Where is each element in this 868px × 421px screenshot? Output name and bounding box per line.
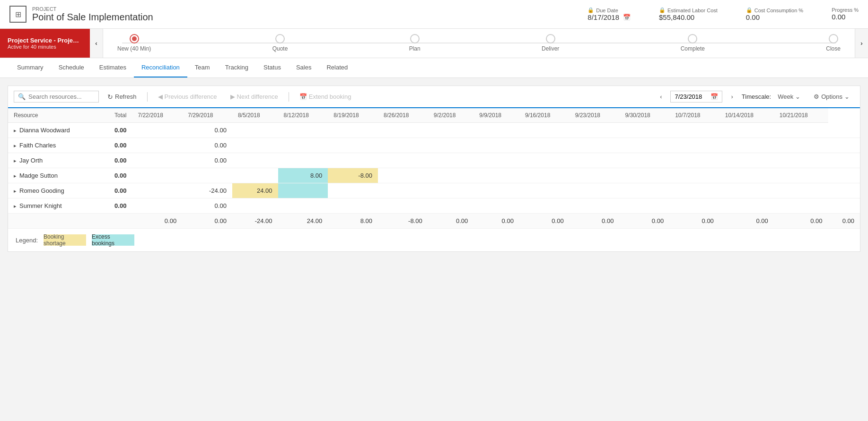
stage-dot-4	[688, 34, 697, 43]
cell-4-1: -24.00	[182, 183, 232, 198]
cell-0-14	[828, 123, 860, 138]
cell-4-5	[378, 183, 428, 198]
cell-3-14	[828, 168, 860, 183]
cell-1-5	[378, 138, 428, 153]
cell-0-8	[519, 123, 570, 138]
cell-3-6	[428, 168, 474, 183]
options-chevron-icon: ⌄	[844, 93, 850, 100]
totals-row: 0.000.00-24.0024.008.00-8.000.000.000.00…	[8, 214, 860, 229]
table-row: ▸Romeo Gooding0.00-24.0024.00	[8, 183, 860, 198]
tab-tracking[interactable]: Tracking	[218, 58, 256, 77]
cell-5-5	[378, 198, 428, 214]
stage-4[interactable]: Complete	[681, 34, 705, 52]
date-prev-button[interactable]: ‹	[655, 91, 666, 102]
expand-icon[interactable]: ▸	[14, 128, 17, 133]
progress-field: Progress % 0.00	[832, 7, 859, 21]
footer-val-11: 0.00	[669, 214, 719, 229]
stage-dot-2	[410, 34, 420, 43]
prev-diff-icon: ◀	[158, 93, 163, 100]
tab-summary[interactable]: Summary	[9, 58, 51, 77]
extend-booking-button[interactable]: 📅 Extend booking	[295, 91, 356, 102]
tab-estimates[interactable]: Estimates	[92, 58, 134, 77]
cell-3-5	[378, 168, 428, 183]
cell-1-4	[328, 138, 378, 153]
toolbar-right: ‹ 📅 › Timescale: Week ⌄ ⚙ Options ⌄	[655, 91, 854, 103]
tab-schedule[interactable]: Schedule	[51, 58, 92, 77]
expand-icon[interactable]: ▸	[14, 203, 17, 209]
tab-related[interactable]: Related	[319, 58, 355, 77]
footer-total-empty	[100, 214, 132, 229]
timescale-select-button[interactable]: Week ⌄	[773, 91, 805, 102]
col-header-1: Total	[100, 108, 132, 123]
progress-value: 0.00	[832, 13, 845, 21]
stage-label-1: Quote	[272, 45, 288, 52]
cell-0-4	[328, 123, 378, 138]
cell-5-13	[774, 198, 828, 214]
header-fields: 🔒 Due Date 8/17/2018 📅 🔒 Estimated Labor…	[587, 7, 859, 21]
extend-icon: 📅	[299, 93, 307, 100]
cell-4-14	[828, 183, 860, 198]
table-row: ▸Dianna Woodward0.000.00	[8, 123, 860, 138]
project-label: PROJECT	[32, 6, 153, 12]
date-next-button[interactable]: ›	[726, 91, 737, 102]
legend: Legend: Booking shortage Excess bookings	[8, 229, 860, 251]
stage-next-button[interactable]: ›	[855, 29, 868, 58]
cell-3-10	[619, 168, 669, 183]
col-header-3: 7/29/2018	[182, 108, 232, 123]
cell-0-7	[473, 123, 519, 138]
cell-1-8	[519, 138, 570, 153]
stage-label-3: Deliver	[542, 45, 559, 52]
tab-sales[interactable]: Sales	[289, 58, 319, 77]
banner-title: Project Service - Project ...	[8, 37, 82, 44]
calendar-icon[interactable]: 📅	[623, 14, 631, 21]
stage-0[interactable]: New (40 Min)	[117, 34, 151, 52]
tab-reconciliation[interactable]: Reconciliation	[134, 58, 187, 77]
stage-2[interactable]: Plan	[409, 34, 421, 52]
prev-diff-button[interactable]: ◀ Previous difference	[153, 91, 222, 102]
expand-icon[interactable]: ▸	[14, 173, 17, 179]
expand-icon[interactable]: ▸	[14, 158, 17, 163]
refresh-button[interactable]: ↻ Refresh	[103, 91, 141, 103]
timescale-dropdown-icon: ⌄	[795, 93, 800, 100]
cell-2-12	[719, 153, 774, 168]
footer-val-6: 0.00	[428, 214, 474, 229]
footer-empty	[8, 214, 100, 229]
expand-icon[interactable]: ▸	[14, 188, 17, 194]
cell-1-10	[619, 138, 669, 153]
options-button[interactable]: ⚙ Options ⌄	[809, 91, 854, 102]
cell-5-12	[719, 198, 774, 214]
calendar-picker-icon[interactable]: 📅	[710, 93, 718, 100]
project-icon: ⊞	[9, 6, 26, 23]
cell-3-13	[774, 168, 828, 183]
resource-name-4: ▸Romeo Gooding	[8, 183, 100, 198]
footer-val-4: 8.00	[328, 214, 378, 229]
reconciliation-panel: 🔍 ↻ Refresh ◀ Previous difference ▶ Next…	[8, 86, 860, 252]
table-row: ▸Madge Sutton0.008.00-8.00	[8, 168, 860, 183]
cell-0-1: 0.00	[182, 123, 232, 138]
stage-5[interactable]: Close	[826, 34, 841, 52]
tab-team[interactable]: Team	[187, 58, 218, 77]
search-input[interactable]	[28, 93, 95, 100]
cell-4-10	[619, 183, 669, 198]
toolbar-separator-1	[147, 92, 148, 102]
cell-0-12	[719, 123, 774, 138]
due-date-label: 🔒 Due Date	[587, 7, 618, 13]
next-diff-button[interactable]: ▶ Next difference	[226, 91, 283, 102]
tab-status[interactable]: Status	[256, 58, 289, 77]
expand-icon[interactable]: ▸	[14, 143, 17, 148]
stage-dot-5	[829, 34, 838, 43]
footer-val-3: 24.00	[278, 214, 328, 229]
stage-1[interactable]: Quote	[272, 34, 288, 52]
cell-4-13	[774, 183, 828, 198]
search-box[interactable]: 🔍	[14, 91, 99, 103]
cell-2-3	[278, 153, 328, 168]
stage-3[interactable]: Deliver	[542, 34, 559, 52]
recon-toolbar: 🔍 ↻ Refresh ◀ Previous difference ▶ Next…	[8, 86, 860, 108]
cell-2-11	[669, 153, 719, 168]
cell-1-14	[828, 138, 860, 153]
footer-val-2: -24.00	[232, 214, 278, 229]
date-input[interactable]	[675, 93, 708, 100]
stage-prev-button[interactable]: ‹	[90, 29, 103, 58]
date-field[interactable]: 📅	[670, 91, 722, 103]
col-header-11: 9/23/2018	[570, 108, 620, 123]
